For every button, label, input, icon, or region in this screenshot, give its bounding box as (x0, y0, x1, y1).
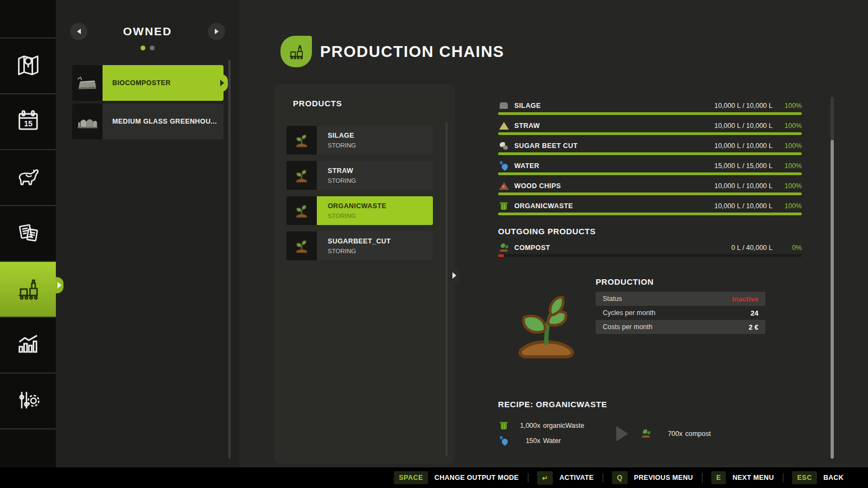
fill-level-value: 10,000 L / 10,000 L (714, 102, 773, 110)
pagination-dot-active[interactable] (141, 46, 145, 50)
fill-level-bar (498, 192, 802, 195)
hotbar-action[interactable]: Q PREVIOUS MENU (603, 471, 693, 484)
owned-item-biocomposter[interactable]: BIOCOMPOSTER (72, 65, 224, 101)
fill-level-percent: 100% (773, 182, 802, 190)
fill-level-value: 10,000 L / 10,000 L (714, 122, 773, 130)
hotbar-key-badge: ↵ (537, 471, 553, 485)
product-list-item[interactable]: SUGARBEET_CUT STORING (286, 232, 433, 260)
recipe-output-row: 700x compost (640, 426, 711, 441)
product-status: STORING (328, 142, 433, 149)
details-scrollbar-thumb[interactable] (831, 140, 834, 459)
fill-level-percent: 100% (773, 162, 802, 170)
product-list-item[interactable]: STRAW STORING (286, 161, 433, 190)
cow-icon (14, 163, 42, 193)
fill-type-name: COMPOST (514, 244, 550, 252)
fill-level-value: 10,000 L / 10,000 L (714, 142, 773, 150)
product-status: STORING (328, 248, 433, 254)
outgoing-products-title: OUTGOING PRODUCTS (498, 227, 802, 236)
sidebar-item-production[interactable] (0, 262, 56, 317)
owned-prev-button[interactable] (70, 23, 87, 40)
production-row-value: 24 (751, 309, 758, 317)
output-name: compost (685, 430, 711, 438)
fill-level-value: 10,000 L / 10,000 L (714, 202, 773, 210)
production-row-label: Status (603, 295, 622, 303)
product-name: SILAGE (328, 132, 433, 139)
fill-level-bar (498, 152, 802, 155)
fill-level-percent: 100% (773, 202, 802, 210)
sidebar-item-statistics[interactable] (0, 318, 56, 373)
page-title: PRODUCTION CHAINS (320, 43, 505, 61)
owned-scrollbar[interactable] (228, 60, 231, 459)
chevron-right-icon (452, 272, 456, 279)
owned-list: BIOCOMPOSTER MEDIUM GLASS GREENHOU... (72, 65, 224, 142)
product-name: SUGARBEET_CUT (328, 237, 433, 245)
hotbar: SPACE CHANGE OUTPUT MODE ↵ ACTIVATE Q PR… (0, 467, 868, 488)
sidebar-spacer-bottom (0, 429, 56, 467)
chevron-left-icon (77, 29, 81, 34)
hotbar-action[interactable]: ESC BACK (783, 471, 844, 484)
sidebar-item-calendar[interactable]: 15 (0, 94, 56, 149)
owned-next-button[interactable] (208, 23, 225, 40)
ingredient-quantity: 1,000x (512, 422, 540, 429)
sidebar-item-animals[interactable] (0, 150, 56, 205)
hotbar-action[interactable]: SPACE CHANGE OUTPUT MODE (394, 471, 519, 484)
owned-item-label: MEDIUM GLASS GREENHOU... (112, 118, 217, 125)
ingredient-name: Water (543, 437, 561, 445)
ingredient-quantity: 150x (512, 437, 540, 445)
fill-level-percent: 0% (773, 244, 802, 252)
storage-row: SILAGE 10,000 L / 10,000 L 100% (498, 101, 802, 115)
sidebar-item-settings[interactable] (0, 374, 56, 428)
production-table-row: Costs per month 2 € (596, 320, 765, 334)
recipe-arrow-icon (616, 426, 628, 441)
documents-icon (14, 219, 42, 249)
hotbar-action-label: BACK (824, 474, 844, 481)
chevron-right-icon (215, 29, 219, 34)
production-table-row: Cycles per month 24 (596, 306, 765, 320)
pagination-dot[interactable] (150, 46, 155, 50)
production-icon (14, 274, 42, 305)
owned-title: OWNED (123, 25, 173, 38)
hotbar-action-label: ACTIVATE (559, 474, 593, 481)
hotbar-action[interactable]: E NEXT MENU (702, 471, 774, 484)
recipe-section: RECIPE: ORGANICWASTE 1,000x organicWaste… (498, 400, 802, 452)
hotbar-action[interactable]: ↵ ACTIVATE (528, 471, 593, 485)
sidebar-item-contracts[interactable] (0, 206, 56, 261)
output-icon (640, 429, 652, 439)
hotbar-key-badge: E (711, 471, 726, 484)
production-chains-screen: 15 (0, 0, 868, 488)
panel-collapse-tab[interactable] (450, 267, 459, 284)
fill-level-percent: 100% (773, 142, 802, 150)
details-scrollbar[interactable] (831, 97, 834, 459)
main-area: PRODUCTION CHAINS PRODUCTS (239, 0, 868, 467)
settings-gear-icon (14, 386, 42, 416)
svg-text:15: 15 (24, 119, 33, 127)
fill-level-bar (498, 213, 802, 215)
fill-level-percent: 100% (773, 102, 802, 110)
fill-level-value: 15,000 L / 15,000 L (714, 162, 773, 170)
product-thumbnail (286, 196, 317, 225)
storage-section: SILAGE 10,000 L / 10,000 L 100% STRAW (498, 101, 802, 263)
product-list-item[interactable]: ORGANICWASTE STORING (286, 196, 433, 225)
recipe-title: RECIPE: ORGANICWASTE (498, 400, 802, 409)
product-thumbnail (286, 232, 317, 260)
plant-illustration (508, 292, 585, 363)
fill-level-bar (498, 112, 802, 115)
hotbar-key-badge: Q (612, 471, 627, 484)
production-row-value: 2 € (749, 323, 758, 331)
owned-item-greenhouse[interactable]: MEDIUM GLASS GREENHOU... (72, 104, 224, 139)
fill-level-value: 10,000 L / 10,000 L (714, 182, 773, 190)
fill-type-icon (498, 201, 510, 211)
products-scrollbar[interactable] (445, 122, 448, 456)
fill-level-bar (498, 254, 802, 257)
storage-row: ORGANICWASTE 10,000 L / 10,000 L 100% (498, 201, 802, 215)
sidebar-item-map[interactable] (0, 38, 56, 93)
fill-type-icon (498, 141, 510, 151)
hotbar-key-badge: SPACE (394, 471, 428, 484)
hotbar-key-badge: ESC (792, 471, 816, 484)
calendar-icon: 15 (14, 107, 42, 137)
ingredient-name: organicWaste (543, 422, 584, 429)
product-name: ORGANICWASTE (328, 202, 433, 210)
hotbar-action-label: CHANGE OUTPUT MODE (435, 474, 519, 481)
fill-level-percent: 100% (773, 122, 802, 130)
product-list-item[interactable]: SILAGE STORING (286, 126, 433, 155)
